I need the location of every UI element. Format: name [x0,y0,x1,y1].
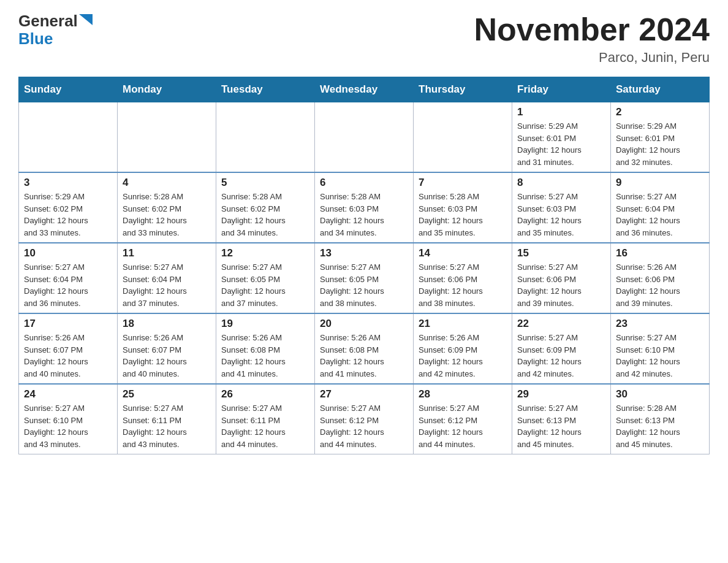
calendar-cell: 6Sunrise: 5:28 AMSunset: 6:03 PMDaylight… [315,172,414,243]
day-info: Sunrise: 5:27 AMSunset: 6:05 PMDaylight:… [320,261,408,309]
calendar-cell: 24Sunrise: 5:27 AMSunset: 6:10 PMDayligh… [19,384,118,454]
calendar-cell: 4Sunrise: 5:28 AMSunset: 6:02 PMDaylight… [118,172,216,243]
day-of-week-tuesday: Tuesday [216,77,315,102]
day-of-week-monday: Monday [118,77,216,102]
calendar-cell: 21Sunrise: 5:26 AMSunset: 6:09 PMDayligh… [414,313,512,384]
day-of-week-saturday: Saturday [611,77,710,102]
day-of-week-wednesday: Wednesday [315,77,414,102]
calendar-week-row: 10Sunrise: 5:27 AMSunset: 6:04 PMDayligh… [19,243,710,313]
day-of-week-sunday: Sunday [19,77,118,102]
calendar-cell [414,102,512,173]
day-number: 19 [221,318,309,330]
day-info: Sunrise: 5:27 AMSunset: 6:04 PMDaylight:… [616,191,704,239]
day-info: Sunrise: 5:26 AMSunset: 6:08 PMDaylight:… [320,332,408,380]
day-number: 17 [24,318,112,330]
day-info: Sunrise: 5:26 AMSunset: 6:07 PMDaylight:… [123,332,211,380]
day-number: 14 [419,247,507,259]
calendar-cell: 28Sunrise: 5:27 AMSunset: 6:12 PMDayligh… [414,384,512,454]
day-info: Sunrise: 5:27 AMSunset: 6:05 PMDaylight:… [221,261,309,309]
title-area: November 2024 Parco, Junin, Peru [474,12,710,66]
day-number: 3 [24,177,112,189]
calendar-cell: 15Sunrise: 5:27 AMSunset: 6:06 PMDayligh… [512,243,611,313]
calendar-cell: 20Sunrise: 5:26 AMSunset: 6:08 PMDayligh… [315,313,414,384]
logo: General Blue [18,12,93,47]
calendar-cell: 23Sunrise: 5:27 AMSunset: 6:10 PMDayligh… [611,313,710,384]
calendar-cell: 2Sunrise: 5:29 AMSunset: 6:01 PMDaylight… [611,102,710,173]
calendar-cell: 22Sunrise: 5:27 AMSunset: 6:09 PMDayligh… [512,313,611,384]
day-number: 27 [320,388,408,400]
calendar-cell: 12Sunrise: 5:27 AMSunset: 6:05 PMDayligh… [216,243,315,313]
day-info: Sunrise: 5:29 AMSunset: 6:01 PMDaylight:… [616,120,704,168]
calendar-cell [315,102,414,173]
day-number: 9 [616,177,704,189]
day-info: Sunrise: 5:28 AMSunset: 6:03 PMDaylight:… [320,191,408,239]
calendar-cell: 16Sunrise: 5:26 AMSunset: 6:06 PMDayligh… [611,243,710,313]
calendar-cell: 5Sunrise: 5:28 AMSunset: 6:02 PMDaylight… [216,172,315,243]
calendar-cell [118,102,216,173]
day-info: Sunrise: 5:29 AMSunset: 6:01 PMDaylight:… [517,120,605,168]
calendar-cell: 7Sunrise: 5:28 AMSunset: 6:03 PMDaylight… [414,172,512,243]
day-number: 10 [24,247,112,259]
calendar-cell: 25Sunrise: 5:27 AMSunset: 6:11 PMDayligh… [118,384,216,454]
day-info: Sunrise: 5:27 AMSunset: 6:10 PMDaylight:… [616,332,704,380]
month-title: November 2024 [474,12,710,47]
calendar-cell: 17Sunrise: 5:26 AMSunset: 6:07 PMDayligh… [19,313,118,384]
day-number: 23 [616,318,704,330]
day-info: Sunrise: 5:27 AMSunset: 6:06 PMDaylight:… [419,261,507,309]
calendar-cell: 10Sunrise: 5:27 AMSunset: 6:04 PMDayligh… [19,243,118,313]
day-number: 2 [616,106,704,118]
day-info: Sunrise: 5:27 AMSunset: 6:12 PMDaylight:… [419,402,507,450]
day-info: Sunrise: 5:27 AMSunset: 6:12 PMDaylight:… [320,402,408,450]
calendar-cell: 30Sunrise: 5:28 AMSunset: 6:13 PMDayligh… [611,384,710,454]
day-number: 13 [320,247,408,259]
day-info: Sunrise: 5:28 AMSunset: 6:03 PMDaylight:… [419,191,507,239]
day-info: Sunrise: 5:27 AMSunset: 6:11 PMDaylight:… [123,402,211,450]
calendar-cell: 9Sunrise: 5:27 AMSunset: 6:04 PMDaylight… [611,172,710,243]
day-of-week-friday: Friday [512,77,611,102]
day-number: 21 [419,318,507,330]
day-number: 30 [616,388,704,400]
day-number: 12 [221,247,309,259]
calendar-cell: 27Sunrise: 5:27 AMSunset: 6:12 PMDayligh… [315,384,414,454]
day-info: Sunrise: 5:27 AMSunset: 6:03 PMDaylight:… [517,191,605,239]
day-info: Sunrise: 5:27 AMSunset: 6:13 PMDaylight:… [517,402,605,450]
day-info: Sunrise: 5:27 AMSunset: 6:04 PMDaylight:… [24,261,112,309]
logo-blue-text: Blue [18,29,53,48]
day-number: 28 [419,388,507,400]
day-number: 29 [517,388,605,400]
calendar-week-row: 17Sunrise: 5:26 AMSunset: 6:07 PMDayligh… [19,313,710,384]
day-info: Sunrise: 5:27 AMSunset: 6:06 PMDaylight:… [517,261,605,309]
calendar-cell: 18Sunrise: 5:26 AMSunset: 6:07 PMDayligh… [118,313,216,384]
calendar-cell: 3Sunrise: 5:29 AMSunset: 6:02 PMDaylight… [19,172,118,243]
calendar-week-row: 1Sunrise: 5:29 AMSunset: 6:01 PMDaylight… [19,102,710,173]
day-info: Sunrise: 5:27 AMSunset: 6:09 PMDaylight:… [517,332,605,380]
logo-triangle-icon [79,14,93,25]
calendar-cell: 1Sunrise: 5:29 AMSunset: 6:01 PMDaylight… [512,102,611,173]
day-info: Sunrise: 5:26 AMSunset: 6:09 PMDaylight:… [419,332,507,380]
svg-marker-0 [79,14,93,25]
calendar-cell: 14Sunrise: 5:27 AMSunset: 6:06 PMDayligh… [414,243,512,313]
day-info: Sunrise: 5:28 AMSunset: 6:02 PMDaylight:… [221,191,309,239]
calendar-cell [19,102,118,173]
day-number: 4 [123,177,211,189]
day-number: 15 [517,247,605,259]
day-number: 7 [419,177,507,189]
day-info: Sunrise: 5:26 AMSunset: 6:06 PMDaylight:… [616,261,704,309]
day-number: 25 [123,388,211,400]
day-number: 16 [616,247,704,259]
calendar-table: SundayMondayTuesdayWednesdayThursdayFrid… [18,77,710,454]
day-info: Sunrise: 5:26 AMSunset: 6:08 PMDaylight:… [221,332,309,380]
calendar-cell: 13Sunrise: 5:27 AMSunset: 6:05 PMDayligh… [315,243,414,313]
day-info: Sunrise: 5:27 AMSunset: 6:10 PMDaylight:… [24,402,112,450]
calendar-cell: 19Sunrise: 5:26 AMSunset: 6:08 PMDayligh… [216,313,315,384]
day-number: 1 [517,106,605,118]
day-number: 18 [123,318,211,330]
calendar-cell: 11Sunrise: 5:27 AMSunset: 6:04 PMDayligh… [118,243,216,313]
calendar-header-row: SundayMondayTuesdayWednesdayThursdayFrid… [19,77,710,102]
day-number: 5 [221,177,309,189]
day-info: Sunrise: 5:29 AMSunset: 6:02 PMDaylight:… [24,191,112,239]
day-number: 24 [24,388,112,400]
page-header: General Blue November 2024 Parco, Junin,… [18,12,710,66]
day-info: Sunrise: 5:27 AMSunset: 6:11 PMDaylight:… [221,402,309,450]
calendar-cell: 26Sunrise: 5:27 AMSunset: 6:11 PMDayligh… [216,384,315,454]
